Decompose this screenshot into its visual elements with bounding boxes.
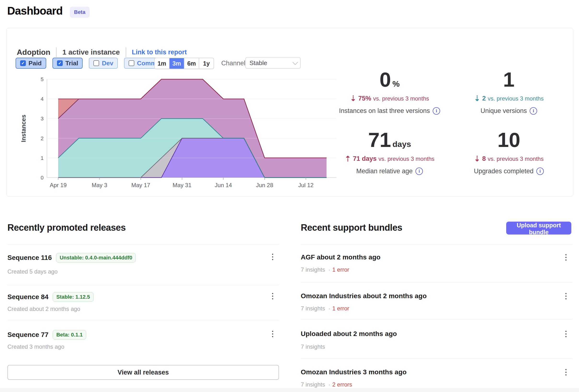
checkbox-checked-icon: ✓ [20, 60, 26, 66]
adoption-chart: 012345Apr 19May 3May 17May 31Jun 14Jun 2… [15, 72, 340, 194]
release-version-badge: Stable: 1.12.5 [53, 292, 94, 302]
time-range-1y[interactable]: 1y [199, 58, 214, 69]
divider [301, 282, 572, 282]
info-icon[interactable]: i [530, 107, 537, 115]
kebab-menu-icon[interactable] [268, 252, 277, 262]
stat-unit: % [392, 79, 400, 88]
time-range-control: 1m 3m 6m 1y [154, 58, 214, 69]
y-tick-label: 1 [41, 155, 44, 161]
stat-delta: ⇡ 71 days vs. previous 3 months [332, 154, 447, 163]
separator [56, 47, 57, 57]
beta-badge: Beta [70, 7, 89, 18]
stat-unit: days [392, 139, 411, 149]
kebab-menu-icon[interactable] [562, 328, 570, 339]
x-tick-label: May 3 [92, 182, 107, 188]
filter-label: Trial [65, 60, 78, 67]
filter-dev[interactable]: Dev [89, 58, 118, 69]
stat-upgrades-completed: 10 ⇣ 8 vs. previous 3 months Upgrades co… [451, 130, 566, 175]
x-tick-label: May 17 [131, 182, 150, 188]
page-bottom-strip [0, 388, 579, 392]
bundle-meta: 7 insights · 1 error [301, 266, 349, 273]
info-icon[interactable]: i [433, 107, 440, 115]
stat-delta: ⇣ 8 vs. previous 3 months [451, 154, 566, 163]
stat-unique-versions: 1 ⇣ 2 vs. previous 3 months Unique versi… [451, 69, 566, 115]
stat-label: Unique versions i [451, 107, 566, 115]
adoption-title: Adoption [17, 48, 50, 57]
license-filters: ✓ Paid ✓ Trial Dev Community [15, 58, 176, 69]
release-created: Created 3 months ago [7, 343, 64, 350]
arrow-down-icon: ⇣ [474, 94, 480, 103]
arrow-up-icon: ⇡ [345, 154, 351, 163]
adoption-card-header: Adoption 1 active instance Link to this … [17, 47, 187, 58]
view-all-releases-button[interactable]: View all releases [7, 365, 279, 380]
link-to-report[interactable]: Link to this report [132, 49, 187, 56]
arrow-down-icon: ⇣ [474, 154, 480, 163]
stat-instances-last-three-versions: 0% ⇣ 75% vs. previous 3 months Instances… [332, 69, 447, 115]
adoption-card: Adoption 1 active instance Link to this … [6, 28, 573, 196]
x-tick-label: Jun 28 [256, 182, 273, 188]
y-axis-title: Instances [20, 115, 27, 142]
time-range-1m[interactable]: 1m [155, 58, 169, 69]
kebab-menu-icon[interactable] [562, 252, 570, 262]
y-tick-label: 4 [41, 96, 44, 102]
channel-select[interactable]: Stable [245, 57, 301, 69]
active-instances-count: 1 active instance [62, 48, 120, 56]
divider [7, 285, 279, 285]
bundle-error-wrap: · 1 error [327, 266, 349, 273]
release-version-badge: Beta: 0.1.1 [53, 330, 86, 340]
bundle-meta: 7 insights · 1 error [301, 305, 349, 312]
upload-support-bundle-button[interactable]: Upload support bundle [506, 222, 571, 235]
separator-dot: · [328, 266, 330, 273]
checkbox-unchecked-icon [129, 60, 134, 66]
separator-dot: · [328, 381, 330, 388]
stat-median-relative-age: 71days ⇡ 71 days vs. previous 3 months M… [332, 130, 447, 175]
info-icon[interactable]: i [416, 168, 423, 175]
checkbox-checked-icon: ✓ [57, 60, 63, 66]
bundle-row-title: Omozan Industries about 2 months ago [301, 292, 427, 300]
release-row-title: Sequence 77 Beta: 0.1.1 [7, 330, 86, 340]
info-icon[interactable]: i [536, 168, 544, 175]
time-range-6m[interactable]: 6m [184, 58, 199, 69]
separator [126, 47, 126, 57]
bundle-insights: 7 insights [301, 305, 325, 312]
release-created: Created 5 days ago [7, 268, 58, 275]
separator-dot: · [328, 305, 330, 312]
x-tick-label: Apr 19 [50, 182, 67, 188]
y-tick-label: 5 [41, 76, 44, 82]
release-sequence: Sequence 116 [7, 254, 52, 261]
bundle-meta: 7 insights · [301, 343, 325, 350]
kebab-menu-icon[interactable] [562, 291, 570, 301]
filter-trial[interactable]: ✓ Trial [52, 58, 83, 69]
checkbox-unchecked-icon [93, 60, 99, 66]
divider [7, 320, 279, 320]
bundle-insights: 7 insights [301, 266, 325, 273]
release-version-badge: Unstable: 0.4.0-main.444ddf0 [56, 253, 136, 262]
filter-label: Paid [28, 60, 42, 67]
filter-paid[interactable]: ✓ Paid [15, 58, 46, 69]
bundle-meta: 7 insights · 2 errors [301, 381, 352, 388]
kebab-menu-icon[interactable] [268, 328, 277, 339]
kebab-menu-icon[interactable] [268, 291, 277, 301]
release-row-title: Sequence 84 Stable: 1.12.5 [7, 292, 94, 302]
kebab-menu-icon[interactable] [562, 367, 570, 377]
bundle-errors: 1 error [332, 305, 349, 312]
stat-delta: ⇣ 2 vs. previous 3 months [451, 94, 566, 102]
time-range-3m[interactable]: 3m [169, 58, 184, 69]
bundle-insights: 7 insights [301, 343, 325, 350]
divider [301, 319, 572, 320]
channel-label: Channel [221, 58, 245, 69]
bundles-list: AGF about 2 months ago 7 insights · 1 er… [301, 245, 572, 392]
releases-list: Sequence 116 Unstable: 0.4.0-main.444ddf… [7, 245, 279, 389]
chevron-down-icon [292, 60, 298, 65]
bundles-heading: Recent support bundles [301, 223, 402, 233]
stat-value: 0% [332, 69, 447, 90]
bundle-row-title: Omozan Industries 3 months ago [301, 368, 407, 376]
x-tick-label: Jun 14 [215, 182, 232, 188]
bundle-errors: 2 errors [332, 381, 352, 388]
x-tick-label: May 31 [173, 182, 192, 188]
release-row-title: Sequence 116 Unstable: 0.4.0-main.444ddf… [7, 253, 136, 262]
y-tick-label: 3 [41, 116, 44, 122]
bundle-row-title: AGF about 2 months ago [301, 254, 380, 261]
stat-delta: ⇣ 75% vs. previous 3 months [332, 94, 447, 102]
bundle-errors: 1 error [332, 266, 349, 273]
